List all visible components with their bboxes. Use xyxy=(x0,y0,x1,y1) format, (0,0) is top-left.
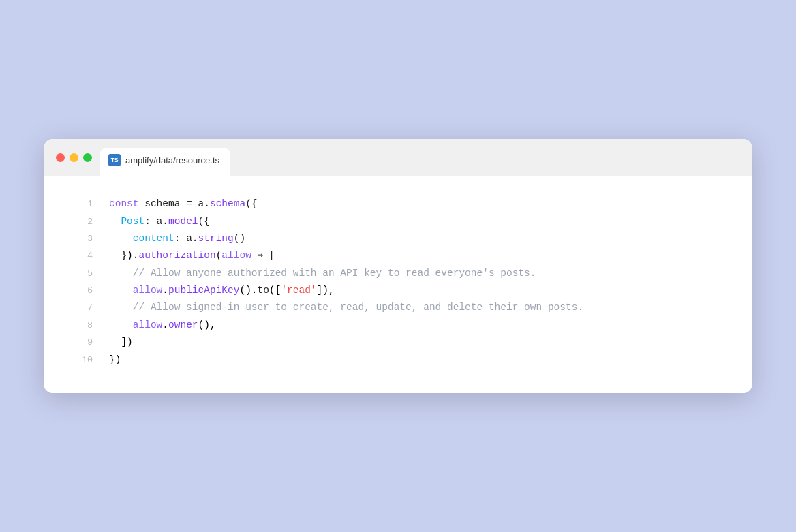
typescript-icon: TS xyxy=(108,154,121,166)
code-text: allow.publicApiKey().to(['read']), xyxy=(109,282,725,299)
code-text: // Allow signed-in user to create, read,… xyxy=(109,299,725,316)
line-number: 4 xyxy=(71,248,93,264)
code-line-6: 6 allow.publicApiKey().to(['read']), xyxy=(71,282,725,299)
titlebar: TS amplify/data/resource.ts xyxy=(44,139,752,176)
close-button[interactable] xyxy=(56,153,65,162)
code-text: }).authorization(allow ⇒ [ xyxy=(109,247,725,264)
code-text: ]) xyxy=(109,334,725,351)
code-line-3: 3 content: a.string() xyxy=(71,230,725,247)
line-number: 1 xyxy=(71,196,93,213)
maximize-button[interactable] xyxy=(83,153,92,162)
code-editor: 1 const schema = a.schema({ 2 Post: a.mo… xyxy=(44,176,752,393)
code-text: Post: a.model({ xyxy=(109,213,725,230)
line-number: 9 xyxy=(71,334,93,351)
line-number: 6 xyxy=(71,283,93,299)
code-line-8: 8 allow.owner(), xyxy=(71,317,725,334)
line-number: 10 xyxy=(71,352,93,369)
tab-filename: amplify/data/resource.ts xyxy=(125,155,219,166)
file-tab[interactable]: TS amplify/data/resource.ts xyxy=(100,148,230,176)
code-text: const schema = a.schema({ xyxy=(109,195,725,213)
line-number: 7 xyxy=(71,300,93,316)
code-line-7: 7 // Allow signed-in user to create, rea… xyxy=(71,299,725,316)
code-line-9: 9 ]) xyxy=(71,334,725,351)
code-line-4: 4 }).authorization(allow ⇒ [ xyxy=(71,247,725,264)
line-number: 5 xyxy=(71,266,93,282)
traffic-lights xyxy=(56,153,92,172)
code-line-2: 2 Post: a.model({ xyxy=(71,213,725,230)
code-text: // Allow anyone authorized with an API k… xyxy=(109,265,725,282)
code-text: allow.owner(), xyxy=(109,317,725,334)
code-text: }) xyxy=(109,351,725,369)
code-line-1: 1 const schema = a.schema({ xyxy=(71,195,725,213)
line-number: 2 xyxy=(71,214,93,230)
code-line-5: 5 // Allow anyone authorized with an API… xyxy=(71,265,725,282)
code-text: content: a.string() xyxy=(109,230,725,247)
code-line-10: 10 }) xyxy=(71,351,725,369)
line-number: 3 xyxy=(71,231,93,247)
editor-window: TS amplify/data/resource.ts 1 const sche… xyxy=(44,139,752,393)
minimize-button[interactable] xyxy=(70,153,78,162)
line-number: 8 xyxy=(71,317,93,334)
